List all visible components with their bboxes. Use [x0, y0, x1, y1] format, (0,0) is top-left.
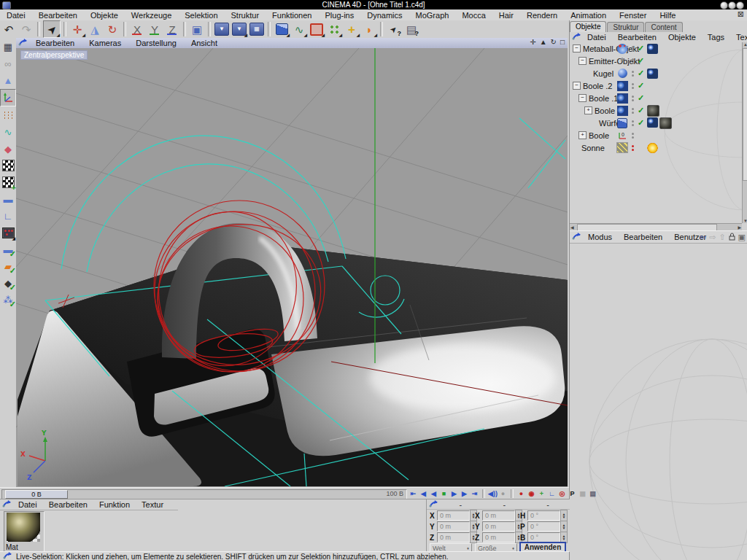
coordinate-input[interactable]: 0 m	[482, 521, 515, 532]
tree-row[interactable]: −Boole .1✓	[570, 92, 742, 104]
enabled-check[interactable]: ✓	[638, 106, 644, 115]
keyframe-pla-toggle[interactable]: ▦	[578, 489, 587, 498]
visibility-dots[interactable]	[632, 83, 634, 89]
tree-row[interactable]: −Metaball-Objekt✓	[570, 42, 742, 55]
coordinate-system-icon[interactable]: ▣	[189, 21, 205, 37]
menu-werkzeuge[interactable]: Werkzeuge	[125, 11, 178, 20]
points-mode-icon[interactable]	[1, 107, 15, 123]
viewport-menu-darstellung[interactable]: Darstellung	[128, 39, 184, 47]
minimize-button[interactable]	[720, 1, 728, 9]
record-button[interactable]: ●	[498, 489, 508, 498]
keyframe-parameter-toggle[interactable]: P	[568, 489, 577, 498]
menu-datei[interactable]: Datei	[0, 11, 32, 20]
close-document-icon[interactable]: ⊠	[738, 9, 744, 19]
lock-icon[interactable]	[729, 233, 735, 242]
spline-tools-icon[interactable]: ∿◢	[291, 21, 307, 37]
tree-row[interactable]: Würfel✓	[570, 117, 742, 129]
object-axis-tool-icon[interactable]	[0, 89, 16, 106]
value-stepper[interactable]: ▲▼	[560, 532, 568, 543]
viewport-menu-bearbeiten[interactable]: Bearbeiten	[28, 39, 82, 47]
spheres-tag[interactable]	[647, 69, 658, 79]
move-tool-icon[interactable]: ✛◢	[69, 21, 85, 37]
tree-row[interactable]: Sonne	[570, 141, 742, 154]
coordinate-input[interactable]: 0 m	[437, 521, 470, 532]
deformer-cross-icon[interactable]: +◢	[344, 21, 360, 37]
texture-tag[interactable]	[659, 117, 672, 129]
polygons-mode-icon[interactable]: ◆	[1, 141, 15, 157]
enabled-check[interactable]: ✓	[638, 93, 644, 103]
am-menu-modus[interactable]: Modus	[582, 233, 618, 241]
goto-end-button[interactable]: ⇥	[470, 489, 479, 498]
menu-hair[interactable]: Hair	[492, 11, 520, 20]
om-menu-bearbeiten[interactable]: Bearbeiten	[612, 33, 662, 42]
tree-row[interactable]: +Boole✓	[570, 104, 742, 117]
volume-button[interactable]: ◀))	[488, 489, 498, 498]
keyframe-position-toggle[interactable]: +	[537, 489, 546, 498]
texture-tag[interactable]	[647, 105, 659, 117]
toggle-points-icon[interactable]: ▬✓	[1, 241, 15, 257]
scene-shell-icon[interactable]: ◗◢	[361, 21, 377, 37]
ik-tool-icon[interactable]: ∟	[1, 208, 15, 224]
coordinate-input[interactable]: 0 m	[437, 510, 470, 521]
visibility-dots[interactable]	[632, 58, 634, 64]
spheres-tag[interactable]	[647, 44, 658, 54]
camera-label[interactable]: Zentralperspektive	[20, 50, 88, 60]
tree-row[interactable]: Kugel✓	[570, 67, 742, 79]
model-tool-icon[interactable]: ▲	[1, 72, 15, 88]
lock-x-axis-icon[interactable]: X	[129, 21, 145, 37]
render-view-icon[interactable]: ▼	[214, 21, 230, 37]
play-button[interactable]: ▶	[449, 489, 459, 498]
visibility-dots[interactable]	[632, 71, 634, 77]
menu-bearbeiten[interactable]: Bearbeiten	[32, 11, 84, 20]
viewport-3d-scene[interactable]: Y X Z	[16, 48, 568, 487]
coordinate-input[interactable]: 0 m	[482, 532, 515, 542]
enabled-check[interactable]: ✓	[638, 56, 644, 66]
tree-expander[interactable]: +	[578, 131, 587, 139]
rotate-view-icon[interactable]: ↻	[551, 38, 557, 46]
menu-funktionen[interactable]: Funktionen	[266, 11, 318, 20]
tree-row[interactable]: +Boole0	[570, 129, 742, 141]
value-stepper[interactable]: ▲▼	[560, 521, 568, 532]
enabled-check[interactable]: ✓	[638, 44, 644, 53]
om-menu-objekte[interactable]: Objekte	[662, 33, 702, 42]
coordinate-input[interactable]: 0 m	[437, 532, 470, 542]
mat-menu-bearbeiten[interactable]: Bearbeiten	[43, 500, 93, 509]
panel-mode-icon[interactable]: ▣	[738, 233, 746, 242]
menu-fenster[interactable]: Fenster	[613, 11, 653, 20]
sun-tag[interactable]	[647, 143, 658, 153]
render-picture-viewer-icon[interactable]: ▼◢	[231, 21, 247, 37]
texture-mode-icon[interactable]	[1, 158, 15, 174]
redo-icon[interactable]: ↷	[18, 21, 34, 37]
om-menu-textur[interactable]: Textur	[730, 33, 747, 42]
layout-panels-icon[interactable]: ▦	[1, 39, 15, 55]
spheres-tag[interactable]	[647, 117, 658, 128]
coordinate-input[interactable]: 0 °	[527, 532, 560, 542]
goto-start-button[interactable]: ⇤	[409, 489, 418, 498]
live-selection-tool-icon[interactable]: ➤◢	[43, 20, 61, 38]
keyframe-rotation-toggle[interactable]: ◎	[557, 489, 567, 498]
primitive-cube-icon[interactable]: ◢	[274, 21, 290, 37]
menu-hilfe[interactable]: Hilfe	[653, 11, 682, 20]
generator-cage-icon[interactable]: ◢	[309, 21, 325, 37]
tree-expander[interactable]: −	[578, 94, 587, 102]
om-menu-datei[interactable]: Datei	[581, 33, 612, 42]
am-menu-bearbeiten[interactable]: Bearbeiten	[618, 233, 668, 241]
history-back-icon[interactable]: ⇦	[700, 233, 706, 242]
autokey-button[interactable]: ◉	[527, 489, 536, 498]
previous-frame-button[interactable]: ◀	[429, 489, 438, 498]
timeline-slider[interactable]: 0 B	[5, 490, 68, 499]
coordinate-input[interactable]: 0 °	[527, 510, 560, 521]
viewport[interactable]: BearbeitenKamerasDarstellungAnsicht ✛▲↻□	[16, 38, 568, 487]
enabled-check[interactable]: ✓	[638, 118, 644, 128]
visibility-dots[interactable]	[632, 96, 634, 101]
material-item[interactable]: Mat	[4, 511, 44, 552]
selection-filter-icon[interactable]: ◢	[1, 225, 15, 241]
rotate-tool-icon[interactable]: ↻	[104, 21, 120, 37]
command-help-icon[interactable]: ▤?	[403, 21, 419, 37]
tree-expander[interactable]: −	[573, 44, 581, 52]
texture-axis-mode-icon[interactable]: +	[1, 174, 15, 190]
dolly-view-icon[interactable]: ▲	[540, 38, 547, 46]
pan-view-icon[interactable]: ✛	[530, 38, 535, 46]
record-keyframe-button[interactable]: ●	[516, 489, 526, 498]
visibility-dots[interactable]	[632, 46, 634, 52]
